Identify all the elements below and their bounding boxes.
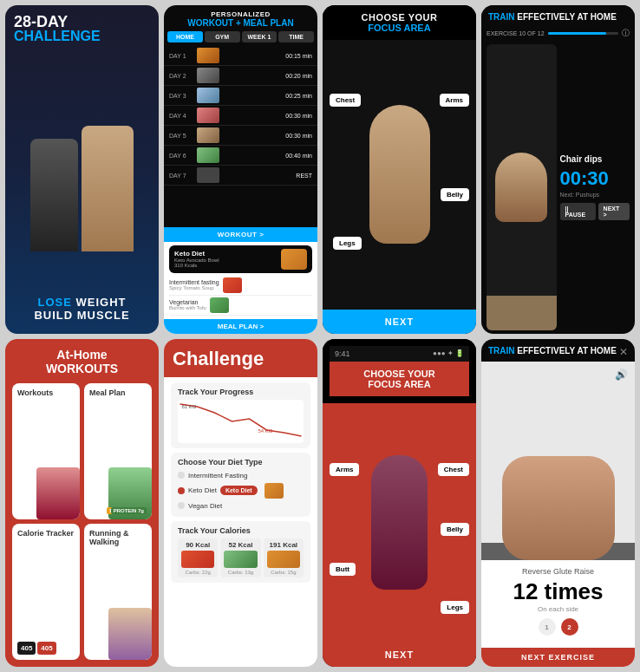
- calories-section: Track Your Calories 90 Kcal Carbs: 22g 5…: [171, 521, 310, 583]
- meal-plan-button[interactable]: MEAL PLAN >: [164, 319, 317, 334]
- meal-2-text: Vegetarian Burrito with Tofu: [169, 299, 206, 310]
- tab-home[interactable]: HOME: [167, 31, 203, 42]
- keto-text-block: Keto Diet Keto Avocado Bowl 310 Kcals: [174, 250, 219, 268]
- card-focus-area-bottom: 9:41 ●●● ✦ 🔋 CHOOSE YOUR FOCUS AREA Arms…: [323, 339, 476, 668]
- exercise-name-bottom: Reverse Glute Raise: [490, 567, 626, 576]
- close-icon[interactable]: ✕: [619, 346, 628, 358]
- card8-content: 🔊 Reverse Glute Raise 12 times On each s…: [481, 362, 635, 649]
- next-button-top[interactable]: NEXT: [323, 310, 476, 334]
- card-28day-challenge: 28-DAY CHALLENGE LOSE WEIGHT BUILD MUSCL…: [5, 5, 159, 334]
- next-exercise-button[interactable]: NEXT EXERCISE: [481, 648, 635, 667]
- belly-tag-top[interactable]: Belly: [441, 188, 469, 201]
- legs-tag-top[interactable]: Legs: [333, 237, 362, 250]
- diet-vegan[interactable]: Vegan Diet: [178, 500, 304, 512]
- round-btn-1[interactable]: 1: [539, 618, 556, 636]
- focus-label-bottom: FOCUS AREA: [336, 379, 462, 389]
- day-5-thumb: [197, 127, 219, 143]
- progress-section: Track Your Progress 61 KG 54 KG: [171, 382, 310, 448]
- female-figure: [371, 455, 428, 590]
- tab-week1[interactable]: WEEK 1: [242, 31, 278, 42]
- calorie-display: 405 405: [17, 642, 56, 655]
- legs-tag-bottom[interactable]: Legs: [441, 601, 469, 614]
- choose-label-bottom: CHOOSE YOUR: [336, 369, 462, 379]
- day-6-time: 00:40 min: [285, 153, 312, 159]
- butt-tag-bottom[interactable]: Butt: [330, 563, 356, 576]
- chest-tag[interactable]: Chest: [330, 94, 361, 107]
- day-list: DAY 1 00:15 min DAY 2 00:20 min DAY 3 00…: [164, 46, 317, 227]
- pause-button[interactable]: || PAUSE: [560, 203, 596, 220]
- card8-header: TRAIN EFFECTIVELY AT HOME ✕: [481, 339, 635, 362]
- diet-intermittent[interactable]: Intermittent Fasting: [178, 470, 304, 481]
- workout-tile-grid: Workouts Meal Plan 19g PROTEIN 7g Calori…: [12, 383, 152, 660]
- svg-text:54 KG: 54 KG: [258, 428, 273, 434]
- next-button-ctrl[interactable]: NEXT >: [598, 203, 630, 220]
- arms-tag[interactable]: Arms: [440, 94, 469, 107]
- meal-2-image: [210, 297, 229, 313]
- meal-1-sub: Spicy Tomato Soup: [169, 285, 219, 290]
- keto-food-img: [264, 483, 284, 499]
- diet-keto[interactable]: Keto Diet Keto Diet: [178, 481, 304, 500]
- round-btn-2[interactable]: 2: [561, 618, 578, 636]
- tab-gym[interactable]: GYM: [205, 31, 240, 42]
- progress-title: Track Your Progress: [178, 388, 304, 396]
- day-row-2: DAY 2 00:20 min: [164, 66, 317, 86]
- card8-info: Reverse Glute Raise 12 times On each sid…: [481, 560, 635, 648]
- meal-1-name: Intermittent fasting: [169, 279, 219, 285]
- control-buttons: || PAUSE NEXT >: [560, 203, 630, 220]
- exercise-name-top: Chair dips: [560, 154, 630, 164]
- focus-body-top: Chest Arms Belly Legs: [323, 40, 476, 310]
- phone-status: 9:41 ●●● ✦ 🔋: [330, 346, 469, 362]
- next-button-bottom[interactable]: NEXT: [323, 643, 476, 667]
- figure-area: [5, 5, 159, 251]
- train-label-bottom: TRAIN EFFECTIVELY AT HOME: [488, 346, 617, 356]
- day-1-label: DAY 1: [169, 53, 193, 59]
- meal-1-image: [223, 277, 242, 293]
- day-5-label: DAY 5: [169, 133, 193, 139]
- cal-item-2: 52 Kcal Carbs: 13g: [220, 538, 260, 577]
- day-6-label: DAY 6: [169, 153, 193, 159]
- arms-tag-bottom[interactable]: Arms: [330, 463, 359, 476]
- signal-icons: ●●● ✦ 🔋: [433, 349, 464, 357]
- keto-diet-block: Keto Diet Keto Avocado Bowl 310 Kcals: [169, 245, 312, 273]
- diet-name-2: Keto Diet: [188, 486, 217, 494]
- time-label: 9:41: [335, 349, 350, 358]
- tab-row: HOME GYM WEEK 1 TIME: [164, 31, 317, 46]
- workout-button[interactable]: WORKOUT >: [164, 227, 317, 242]
- keto-image: [281, 249, 307, 270]
- keto-name: Keto Diet: [174, 250, 219, 258]
- meal-2-name: Vegetarian: [169, 299, 206, 305]
- exercise-photo: 🔊: [481, 362, 635, 561]
- cal-item-1: 90 Kcal Carbs: 22g: [178, 538, 218, 577]
- tile-running[interactable]: Running & Walking: [84, 524, 152, 660]
- calorie-value2: 405: [37, 642, 56, 655]
- day-2-thumb: [197, 68, 219, 83]
- volume-icon[interactable]: 🔊: [615, 369, 628, 381]
- bottom-text: LOSE WEIGHT BUILD MUSCLE: [5, 296, 159, 322]
- tab-time[interactable]: TIME: [278, 31, 314, 42]
- card-workout-meal-plan: PERSONALIZED WORKOUT + MEAL PLAN HOME GY…: [164, 5, 317, 334]
- tile-meal-plan[interactable]: Meal Plan 19g PROTEIN 7g: [84, 383, 152, 519]
- exercise-timer: 00:30: [560, 167, 630, 190]
- card4-header: TRAIN EFFECTIVELY AT HOME: [481, 5, 635, 26]
- cal-label-2: Carbs: 13g: [224, 570, 257, 575]
- tile-workouts[interactable]: Workouts: [12, 383, 80, 519]
- figures: [5, 5, 159, 251]
- tile-meal-label: Meal Plan: [89, 388, 126, 397]
- diet-name-1: Intermittent Fasting: [188, 472, 247, 480]
- round-buttons: 1 2: [490, 618, 626, 636]
- day-2-time: 00:20 min: [285, 73, 312, 79]
- choose-label-top: CHOOSE YOUR: [330, 12, 469, 23]
- lose-span: LOSE: [37, 296, 71, 309]
- workouts-label: WORKOUTS: [46, 362, 118, 375]
- tile-running-label: Running & Walking: [89, 529, 147, 546]
- day-row-4: DAY 4 00:30 min: [164, 106, 317, 126]
- chest-tag-bottom[interactable]: Chest: [438, 463, 469, 476]
- card-train-top: TRAIN EFFECTIVELY AT HOME EXERCISE 10 OF…: [481, 5, 635, 334]
- day-3-time: 00:25 min: [285, 93, 312, 99]
- keto-sub2: 310 Kcals: [174, 263, 219, 268]
- belly-tag-bottom[interactable]: Belly: [441, 523, 469, 536]
- day-5-time: 00:30 min: [285, 133, 312, 139]
- cal-value-1: 90 Kcal: [181, 541, 214, 549]
- day-row-1: DAY 1 00:15 min: [164, 46, 317, 66]
- tile-calorie-tracker[interactable]: Calorie Tracker 405 405: [12, 524, 80, 660]
